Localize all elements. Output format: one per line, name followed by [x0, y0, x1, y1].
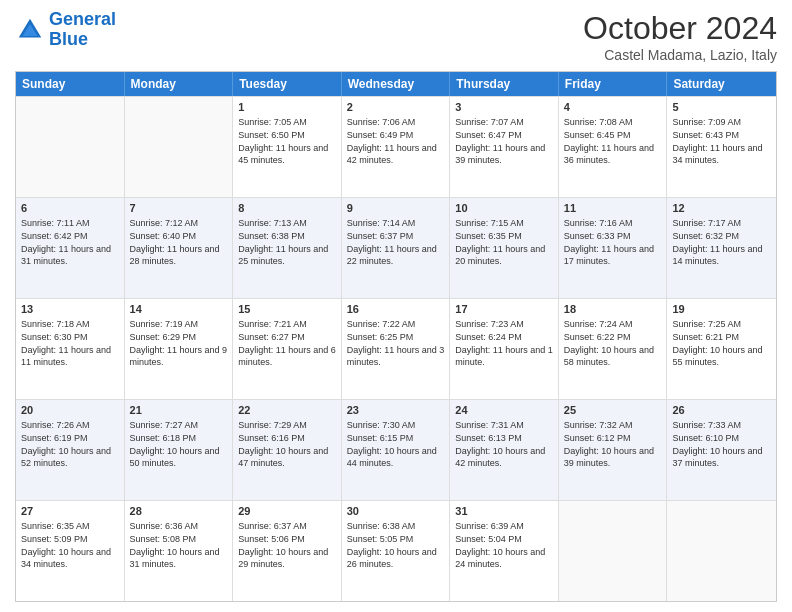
day-number: 27 [21, 504, 119, 519]
logo-line1: General [49, 9, 116, 29]
cell-info: Sunrise: 7:29 AMSunset: 6:16 PMDaylight:… [238, 419, 336, 469]
logo-icon [15, 15, 45, 45]
day-number: 15 [238, 302, 336, 317]
cal-cell-3-2: 14Sunrise: 7:19 AMSunset: 6:29 PMDayligh… [125, 299, 234, 399]
day-number: 31 [455, 504, 553, 519]
cell-info: Sunrise: 7:25 AMSunset: 6:21 PMDaylight:… [672, 318, 771, 368]
cal-cell-1-7: 5Sunrise: 7:09 AMSunset: 6:43 PMDaylight… [667, 97, 776, 197]
cell-info: Sunrise: 7:08 AMSunset: 6:45 PMDaylight:… [564, 116, 662, 166]
cal-cell-5-2: 28Sunrise: 6:36 AMSunset: 5:08 PMDayligh… [125, 501, 234, 601]
cell-info: Sunrise: 7:26 AMSunset: 6:19 PMDaylight:… [21, 419, 119, 469]
day-number: 26 [672, 403, 771, 418]
cal-cell-3-6: 18Sunrise: 7:24 AMSunset: 6:22 PMDayligh… [559, 299, 668, 399]
day-number: 21 [130, 403, 228, 418]
cal-cell-3-3: 15Sunrise: 7:21 AMSunset: 6:27 PMDayligh… [233, 299, 342, 399]
cell-info: Sunrise: 7:16 AMSunset: 6:33 PMDaylight:… [564, 217, 662, 267]
day-number: 4 [564, 100, 662, 115]
cal-cell-3-5: 17Sunrise: 7:23 AMSunset: 6:24 PMDayligh… [450, 299, 559, 399]
cell-info: Sunrise: 7:11 AMSunset: 6:42 PMDaylight:… [21, 217, 119, 267]
day-number: 17 [455, 302, 553, 317]
cell-info: Sunrise: 7:33 AMSunset: 6:10 PMDaylight:… [672, 419, 771, 469]
cell-info: Sunrise: 6:37 AMSunset: 5:06 PMDaylight:… [238, 520, 336, 570]
header-day-tuesday: Tuesday [233, 72, 342, 96]
header-day-monday: Monday [125, 72, 234, 96]
cell-info: Sunrise: 7:12 AMSunset: 6:40 PMDaylight:… [130, 217, 228, 267]
cell-info: Sunrise: 6:38 AMSunset: 5:05 PMDaylight:… [347, 520, 445, 570]
cell-info: Sunrise: 7:17 AMSunset: 6:32 PMDaylight:… [672, 217, 771, 267]
cal-cell-2-5: 10Sunrise: 7:15 AMSunset: 6:35 PMDayligh… [450, 198, 559, 298]
cal-cell-2-1: 6Sunrise: 7:11 AMSunset: 6:42 PMDaylight… [16, 198, 125, 298]
cell-info: Sunrise: 7:21 AMSunset: 6:27 PMDaylight:… [238, 318, 336, 368]
cell-info: Sunrise: 7:19 AMSunset: 6:29 PMDaylight:… [130, 318, 228, 368]
day-number: 5 [672, 100, 771, 115]
cell-info: Sunrise: 7:32 AMSunset: 6:12 PMDaylight:… [564, 419, 662, 469]
cell-info: Sunrise: 7:09 AMSunset: 6:43 PMDaylight:… [672, 116, 771, 166]
day-number: 3 [455, 100, 553, 115]
cal-cell-1-4: 2Sunrise: 7:06 AMSunset: 6:49 PMDaylight… [342, 97, 451, 197]
cell-info: Sunrise: 6:39 AMSunset: 5:04 PMDaylight:… [455, 520, 553, 570]
day-number: 22 [238, 403, 336, 418]
cal-cell-2-3: 8Sunrise: 7:13 AMSunset: 6:38 PMDaylight… [233, 198, 342, 298]
cal-cell-2-2: 7Sunrise: 7:12 AMSunset: 6:40 PMDaylight… [125, 198, 234, 298]
day-number: 19 [672, 302, 771, 317]
cell-info: Sunrise: 7:24 AMSunset: 6:22 PMDaylight:… [564, 318, 662, 368]
week-row-3: 13Sunrise: 7:18 AMSunset: 6:30 PMDayligh… [16, 298, 776, 399]
header-day-saturday: Saturday [667, 72, 776, 96]
cell-info: Sunrise: 6:36 AMSunset: 5:08 PMDaylight:… [130, 520, 228, 570]
logo: General Blue [15, 10, 116, 50]
day-number: 7 [130, 201, 228, 216]
cell-info: Sunrise: 6:35 AMSunset: 5:09 PMDaylight:… [21, 520, 119, 570]
calendar-body: 1Sunrise: 7:05 AMSunset: 6:50 PMDaylight… [16, 96, 776, 601]
cell-info: Sunrise: 7:15 AMSunset: 6:35 PMDaylight:… [455, 217, 553, 267]
day-number: 9 [347, 201, 445, 216]
cal-cell-2-7: 12Sunrise: 7:17 AMSunset: 6:32 PMDayligh… [667, 198, 776, 298]
week-row-2: 6Sunrise: 7:11 AMSunset: 6:42 PMDaylight… [16, 197, 776, 298]
day-number: 28 [130, 504, 228, 519]
cal-cell-5-7 [667, 501, 776, 601]
page: General Blue October 2024 Castel Madama,… [0, 0, 792, 612]
day-number: 29 [238, 504, 336, 519]
cal-cell-4-4: 23Sunrise: 7:30 AMSunset: 6:15 PMDayligh… [342, 400, 451, 500]
day-number: 18 [564, 302, 662, 317]
cal-cell-1-3: 1Sunrise: 7:05 AMSunset: 6:50 PMDaylight… [233, 97, 342, 197]
cal-cell-3-7: 19Sunrise: 7:25 AMSunset: 6:21 PMDayligh… [667, 299, 776, 399]
cal-cell-3-1: 13Sunrise: 7:18 AMSunset: 6:30 PMDayligh… [16, 299, 125, 399]
day-number: 6 [21, 201, 119, 216]
cell-info: Sunrise: 7:05 AMSunset: 6:50 PMDaylight:… [238, 116, 336, 166]
cal-cell-4-6: 25Sunrise: 7:32 AMSunset: 6:12 PMDayligh… [559, 400, 668, 500]
cell-info: Sunrise: 7:07 AMSunset: 6:47 PMDaylight:… [455, 116, 553, 166]
day-number: 23 [347, 403, 445, 418]
day-number: 25 [564, 403, 662, 418]
cal-cell-4-7: 26Sunrise: 7:33 AMSunset: 6:10 PMDayligh… [667, 400, 776, 500]
subtitle: Castel Madama, Lazio, Italy [583, 47, 777, 63]
cal-cell-5-6 [559, 501, 668, 601]
cell-info: Sunrise: 7:23 AMSunset: 6:24 PMDaylight:… [455, 318, 553, 368]
header-day-wednesday: Wednesday [342, 72, 451, 96]
calendar-header: SundayMondayTuesdayWednesdayThursdayFrid… [16, 72, 776, 96]
cal-cell-2-4: 9Sunrise: 7:14 AMSunset: 6:37 PMDaylight… [342, 198, 451, 298]
week-row-4: 20Sunrise: 7:26 AMSunset: 6:19 PMDayligh… [16, 399, 776, 500]
cell-info: Sunrise: 7:14 AMSunset: 6:37 PMDaylight:… [347, 217, 445, 267]
cell-info: Sunrise: 7:18 AMSunset: 6:30 PMDaylight:… [21, 318, 119, 368]
cell-info: Sunrise: 7:27 AMSunset: 6:18 PMDaylight:… [130, 419, 228, 469]
header: General Blue October 2024 Castel Madama,… [15, 10, 777, 63]
main-title: October 2024 [583, 10, 777, 47]
cal-cell-1-6: 4Sunrise: 7:08 AMSunset: 6:45 PMDaylight… [559, 97, 668, 197]
day-number: 10 [455, 201, 553, 216]
cell-info: Sunrise: 7:22 AMSunset: 6:25 PMDaylight:… [347, 318, 445, 368]
day-number: 13 [21, 302, 119, 317]
day-number: 16 [347, 302, 445, 317]
cal-cell-4-2: 21Sunrise: 7:27 AMSunset: 6:18 PMDayligh… [125, 400, 234, 500]
title-block: October 2024 Castel Madama, Lazio, Italy [583, 10, 777, 63]
cal-cell-4-5: 24Sunrise: 7:31 AMSunset: 6:13 PMDayligh… [450, 400, 559, 500]
day-number: 20 [21, 403, 119, 418]
cell-info: Sunrise: 7:06 AMSunset: 6:49 PMDaylight:… [347, 116, 445, 166]
cell-info: Sunrise: 7:31 AMSunset: 6:13 PMDaylight:… [455, 419, 553, 469]
cal-cell-5-5: 31Sunrise: 6:39 AMSunset: 5:04 PMDayligh… [450, 501, 559, 601]
week-row-5: 27Sunrise: 6:35 AMSunset: 5:09 PMDayligh… [16, 500, 776, 601]
day-number: 1 [238, 100, 336, 115]
cell-info: Sunrise: 7:13 AMSunset: 6:38 PMDaylight:… [238, 217, 336, 267]
cal-cell-4-1: 20Sunrise: 7:26 AMSunset: 6:19 PMDayligh… [16, 400, 125, 500]
header-day-sunday: Sunday [16, 72, 125, 96]
day-number: 14 [130, 302, 228, 317]
